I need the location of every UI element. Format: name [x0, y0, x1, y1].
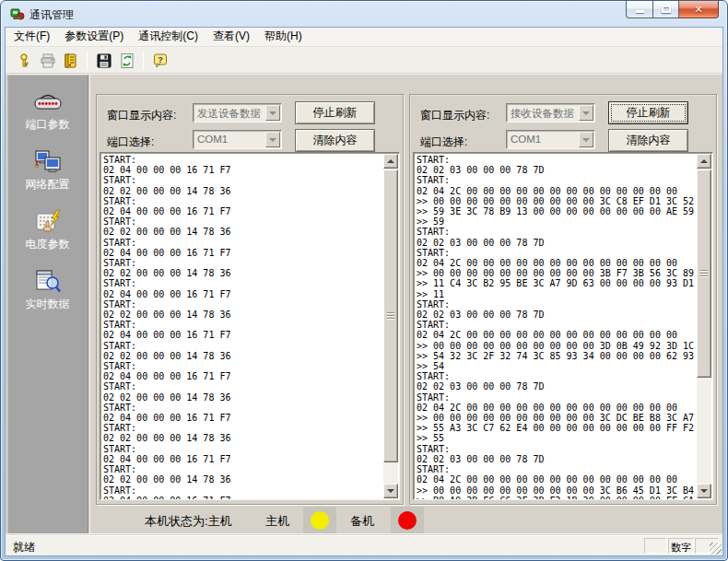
maximize-button[interactable] [653, 1, 679, 18]
app-icon [10, 6, 25, 21]
app-window: 通讯管理 ✕ 文件(F) 参数设置(P) 通讯控制(C) 查看(V) 帮助(H) [0, 0, 728, 561]
triangle-up-icon [700, 159, 708, 163]
key-icon [17, 53, 33, 69]
port-select[interactable]: COM1 [506, 130, 595, 149]
toolbar: ? [6, 48, 722, 74]
clear-content-button[interactable]: 清除内容 [295, 129, 375, 152]
scroll-thumb[interactable] [697, 169, 711, 378]
titlebar[interactable]: 通讯管理 ✕ [1, 1, 727, 27]
primary-indicator [303, 507, 336, 533]
menubar: 文件(F) 参数设置(P) 通讯控制(C) 查看(V) 帮助(H) [6, 28, 722, 47]
status-ready-text: 就绪 [13, 540, 35, 555]
menu-comm-control[interactable]: 通讯控制(C) [131, 26, 205, 48]
send-log-scrollbar[interactable] [383, 154, 398, 498]
config-button[interactable] [59, 50, 82, 71]
stop-refresh-button[interactable]: 停止刷新 [295, 101, 375, 124]
energy-params-icon [32, 209, 64, 235]
print-button[interactable] [36, 50, 59, 71]
display-content-select[interactable]: 发送设备数据 [193, 103, 282, 123]
chevron-down-icon [265, 105, 280, 121]
close-button[interactable]: ✕ [679, 1, 719, 18]
scroll-thumb[interactable] [383, 169, 398, 462]
network-config-icon [32, 149, 64, 175]
port-select-label: 端口选择: [107, 134, 154, 150]
sidebar-item-label: 实时数据 [7, 298, 88, 310]
minimize-icon [636, 10, 644, 13]
toolbar-separator [87, 52, 88, 70]
receive-panel: 窗口显示内容: 接收设备数据 停止刷新 端口选择: COM1 清除内容 STAR… [409, 94, 717, 505]
send-panel: 窗口显示内容: 发送设备数据 停止刷新 端口选择: COM1 清除内容 STAR… [96, 94, 404, 505]
chevron-down-icon [579, 105, 593, 121]
port-select[interactable]: COM1 [193, 130, 282, 149]
maximize-icon [662, 6, 671, 13]
backup-label: 备机 [350, 513, 374, 530]
scroll-up-button[interactable] [383, 154, 398, 169]
help-icon: ? [152, 53, 169, 69]
sidebar-item-energy-params[interactable]: 电度参数 [7, 209, 88, 251]
triangle-up-icon [387, 159, 394, 163]
scroll-down-button[interactable] [697, 484, 711, 498]
clear-content-button[interactable]: 清除内容 [608, 129, 688, 152]
config-book-icon [63, 53, 79, 69]
receive-log-scrollbar[interactable] [697, 154, 711, 498]
triangle-down-icon [387, 489, 394, 493]
save-button[interactable] [92, 50, 115, 71]
sidebar-item-realtime-data[interactable]: 实时数据 [7, 269, 88, 310]
toolbar-separator [143, 52, 144, 70]
statusbar: 就绪 数字 [6, 534, 722, 555]
content-area: 窗口显示内容: 发送设备数据 停止刷新 端口选择: COM1 清除内容 STAR… [89, 75, 722, 533]
menu-file[interactable]: 文件(F) [6, 26, 57, 48]
minimize-button[interactable] [626, 1, 653, 18]
triangle-down-icon [700, 489, 708, 493]
menu-view[interactable]: 查看(V) [205, 26, 257, 48]
display-content-label: 窗口显示内容: [420, 108, 489, 123]
scroll-up-button[interactable] [697, 154, 711, 169]
local-status-text: 本机状态为:主机 [145, 513, 232, 530]
window-controls: ✕ [626, 1, 719, 18]
help-button[interactable]: ? [148, 50, 171, 71]
sidebar: 端口参数 [7, 75, 88, 533]
receive-data-log[interactable]: START: 02 02 03 00 00 00 78 7D START: 02… [413, 152, 713, 500]
svg-text:?: ? [158, 55, 163, 64]
primary-light [311, 511, 329, 530]
menu-parameter-settings[interactable]: 参数设置(P) [57, 26, 131, 48]
stop-refresh-button[interactable]: 停止刷新 [608, 101, 688, 124]
sidebar-item-label: 端口参数 [7, 118, 88, 131]
port-select-label: 端口选择: [420, 134, 467, 150]
status-cell-num: 数字 [668, 538, 694, 554]
scroll-down-button[interactable] [383, 484, 398, 498]
main-area: 端口参数 [6, 75, 722, 533]
send-data-log[interactable]: START: 02 04 00 00 00 16 71 F7 START: 02… [100, 152, 400, 500]
sidebar-item-port-params[interactable]: 端口参数 [7, 89, 88, 131]
thumb-grip-icon [700, 270, 708, 277]
client-area: 文件(F) 参数设置(P) 通讯控制(C) 查看(V) 帮助(H) [5, 27, 723, 556]
refresh-button[interactable] [115, 50, 138, 71]
realtime-data-icon [32, 269, 64, 295]
print-icon [40, 53, 56, 69]
backup-indicator [391, 507, 424, 533]
refresh-icon [119, 53, 135, 69]
sidebar-item-label: 网络配置 [7, 178, 88, 191]
thumb-grip-icon [387, 312, 394, 320]
sidebar-item-network-config[interactable]: 网络配置 [7, 149, 88, 191]
resize-grip[interactable] [710, 543, 722, 555]
save-icon [96, 53, 112, 69]
chevron-down-icon [579, 132, 593, 147]
window-title: 通讯管理 [29, 7, 74, 23]
port-params-icon [32, 89, 64, 115]
sidebar-item-label: 电度参数 [7, 238, 88, 251]
primary-label: 主机 [265, 513, 289, 530]
menu-help[interactable]: 帮助(H) [257, 26, 310, 48]
key-button[interactable] [13, 50, 36, 71]
chevron-down-icon [265, 132, 280, 147]
status-cell-empty [644, 538, 667, 554]
backup-light [398, 511, 417, 530]
display-content-label: 窗口显示内容: [107, 108, 176, 123]
display-content-select[interactable]: 接收设备数据 [506, 103, 595, 123]
close-icon: ✕ [694, 5, 702, 15]
